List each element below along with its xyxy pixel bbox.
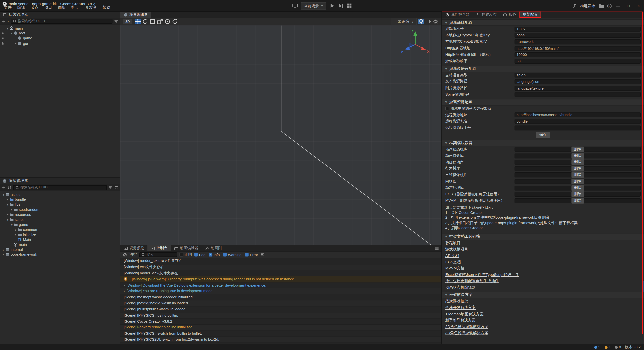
regex-checkbox[interactable] — [179, 253, 183, 257]
link[interactable]: API文档 — [445, 253, 459, 258]
project-folder-icon[interactable] — [598, 3, 604, 9]
menu-item-6[interactable]: 开发者 — [82, 4, 100, 11]
link[interactable]: 教程项目 — [445, 241, 461, 246]
lock-icon[interactable] — [0, 37, 5, 40]
log-row[interactable]: [Scene] [PHYSICS]: using builtin. — [120, 313, 441, 319]
tab-scene-editor[interactable]: 场景编辑器 — [120, 12, 151, 18]
section-header-5[interactable]: ∨框架解决方案 — [442, 292, 644, 298]
menu-item-0[interactable]: 文件 — [1, 4, 14, 11]
tab-动画编辑器[interactable]: 动画编辑器 — [171, 245, 202, 251]
tree-arrow-icon[interactable]: ▸ — [10, 208, 14, 211]
warning-checkbox[interactable] — [223, 253, 227, 257]
menu-item-5[interactable]: 扩展 — [69, 4, 82, 11]
assets-panel-menu-icon[interactable] — [113, 179, 117, 183]
log-row[interactable]: [Window] render_texture文件夹存在 — [120, 258, 441, 264]
link[interactable]: 全栈开发解决方案 — [445, 305, 476, 311]
clear-console-button[interactable]: 清空 — [129, 252, 137, 257]
remote-load-checkbox[interactable] — [445, 107, 449, 111]
sort-assets-icon[interactable] — [7, 186, 11, 190]
section-header-0[interactable]: ∨游戏基础配置 — [442, 19, 644, 26]
section-header-1[interactable]: ∨游戏多语言配置 — [442, 66, 644, 72]
tab-动画图[interactable]: 动画图 — [202, 245, 225, 251]
link[interactable]: Tiledmap地图解决方案 — [445, 312, 484, 317]
tree-arrow-icon[interactable]: ▸ — [14, 228, 18, 232]
link[interactable]: 原生包热更新配置自动生成插件 — [445, 278, 499, 284]
tree-arrow-icon[interactable]: ▾ — [2, 193, 6, 197]
log-row[interactable]: [Window] ecs文件夹存在 — [120, 264, 441, 270]
tab-构建发布[interactable]: 构建发布 — [473, 12, 500, 18]
tab-属性检查器[interactable]: 属性检查器 — [442, 12, 473, 18]
text-input[interactable] — [515, 125, 641, 130]
filter-info[interactable]: Info — [209, 253, 220, 257]
text-input[interactable]: 60 — [515, 59, 641, 64]
tree-arrow-icon[interactable]: ▾ — [6, 203, 10, 206]
mode-3d-button[interactable]: 3D — [123, 19, 132, 24]
log-row[interactable]: [Window] model_view文件夹存在 — [120, 270, 441, 276]
log-row[interactable]: [Scene] Forward render pipeline initiali… — [120, 325, 441, 331]
help-icon[interactable]: ? — [607, 4, 612, 8]
link[interactable]: 新手引导解决方案 — [445, 318, 476, 323]
messages-count[interactable]: 3 — [594, 345, 600, 349]
menu-item-1[interactable]: 编辑 — [14, 4, 28, 11]
rotate-tool-button[interactable] — [142, 19, 148, 24]
link[interactable]: 动画状态机编辑器 — [445, 285, 476, 290]
filter-error[interactable]: Error — [245, 253, 258, 257]
text-input[interactable]: http://localhost:8083/assets/bundle — [515, 113, 641, 118]
delete-button[interactable]: 删除 — [571, 166, 584, 171]
create-node-button[interactable] — [2, 19, 6, 23]
log-row[interactable]: [Scene] [PHYSICS]: switch from builtin t… — [120, 331, 441, 337]
expand-icon[interactable]: › — [124, 289, 125, 293]
link[interactable]: 2D角色扮演游戏解决方案 — [445, 324, 488, 329]
tree-arrow-icon[interactable]: ▾ — [6, 26, 10, 30]
text-input[interactable]: bundle — [515, 119, 641, 124]
log-row[interactable]: !›[Window] [Vue warn]: Property "onInput… — [120, 276, 441, 282]
tree-node-common[interactable]: ▸common — [0, 227, 120, 232]
link[interactable]: Excel格式转Json文件与TypeScript代码工具 — [445, 272, 519, 277]
assets-search-input[interactable]: 搜索名称或 UUID — [13, 185, 107, 190]
collapse-logs-icon[interactable] — [260, 253, 264, 257]
render-mode-select[interactable]: 正常追踪 ∨ — [391, 18, 417, 25]
tree-arrow-icon[interactable]: ▸ — [2, 253, 6, 256]
assets-filter-icon[interactable] — [108, 186, 112, 190]
tree-node-seedrandom[interactable]: ▸seedrandom — [0, 207, 120, 212]
text-input[interactable]: 10000 — [515, 52, 641, 57]
tree-node-initialize[interactable]: ▸initialize — [0, 232, 120, 237]
pivot-toggle-button[interactable] — [164, 19, 170, 24]
section-header-4[interactable]: ∨框架文档工具链接 — [442, 233, 644, 240]
tab-控制台[interactable]: 控制台 — [147, 245, 171, 251]
menu-item-2[interactable]: 节点 — [28, 4, 42, 11]
section-header-2[interactable]: ∨游戏资源配置 — [442, 99, 644, 105]
text-input[interactable]: oops — [515, 33, 641, 38]
console-search-input[interactable]: 搜索 — [139, 252, 177, 257]
expand-icon[interactable]: › — [129, 277, 130, 281]
regex-toggle[interactable]: 正则 — [179, 252, 192, 257]
tree-arrow-icon[interactable]: ▸ — [6, 198, 10, 202]
text-input[interactable]: language/texture — [515, 85, 641, 91]
errors-count[interactable]: 0 — [615, 345, 621, 349]
create-asset-button[interactable] — [2, 186, 6, 190]
text-input[interactable]: 1.0.5 — [515, 27, 641, 32]
space-toggle-button[interactable] — [172, 19, 178, 24]
tree-arrow-icon[interactable]: ▸ — [14, 233, 18, 237]
menu-item-7[interactable]: 帮助 — [100, 4, 113, 11]
tree-node-game[interactable]: ▾game — [0, 222, 120, 227]
lock-icon[interactable] — [0, 32, 5, 35]
text-input[interactable]: http://192.168.0.150/main/ — [515, 46, 641, 51]
tree-node-libs[interactable]: ▾libs — [0, 202, 120, 207]
tab-资源预览[interactable]: 资源预览 — [120, 245, 147, 251]
log-row[interactable]: [Scene] [PHYSICS2D]: switch from box2d-w… — [120, 337, 441, 343]
log-row[interactable]: ›[Window] Download the Vue Devtools exte… — [120, 282, 441, 288]
log-row[interactable]: [Scene] Cocos Creator v3.8.2 — [120, 319, 441, 325]
inspector-scrollbar[interactable] — [642, 281, 643, 292]
tree-arrow-icon[interactable]: ▸ — [6, 213, 10, 216]
tree-node-main[interactable]: ▾main — [0, 26, 120, 31]
tree-node-assets[interactable]: ▾assets — [0, 192, 120, 197]
maximize-button[interactable]: □ — [625, 3, 632, 9]
delete-button[interactable]: 删除 — [571, 185, 584, 191]
filter-log[interactable]: Log — [194, 253, 205, 257]
scale-tool-button[interactable] — [157, 19, 163, 24]
log-checkbox[interactable] — [194, 253, 198, 257]
delete-button[interactable]: 删除 — [571, 147, 584, 152]
hierarchy-panel-menu-icon[interactable] — [113, 13, 117, 17]
tree-arrow-icon[interactable]: ▾ — [10, 223, 14, 227]
